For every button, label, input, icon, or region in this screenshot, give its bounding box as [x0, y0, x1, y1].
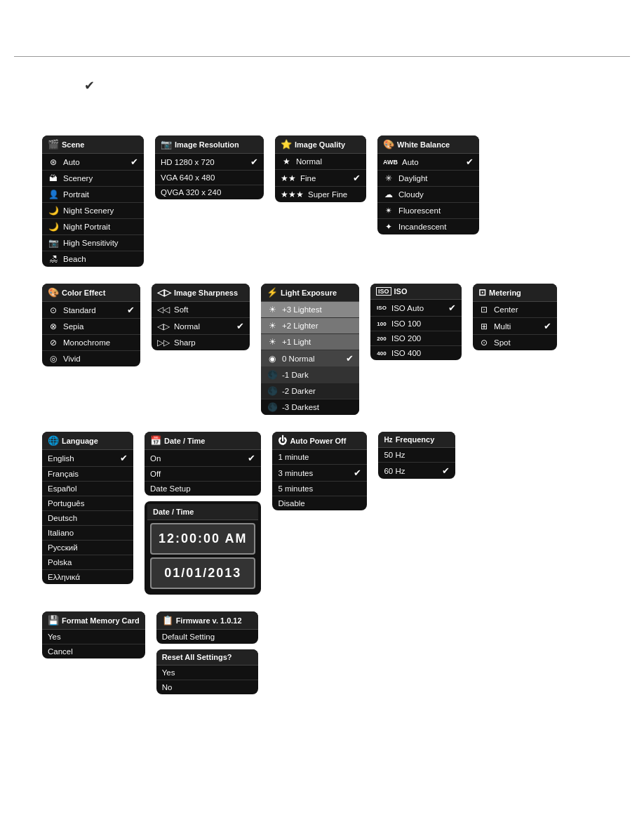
- freq-60[interactable]: 60 Hz ✔: [378, 463, 455, 479]
- auto-icon: ⊛: [48, 157, 59, 167]
- exp-p1[interactable]: ☀ +1 Light: [261, 334, 359, 350]
- color-mono[interactable]: ⊘ Monochrome: [42, 335, 140, 351]
- apo-3min[interactable]: 3 minutes ✔: [272, 465, 367, 482]
- soft-icon: ◁◁: [157, 305, 170, 315]
- scene-night-portrait[interactable]: 🌙 Night Portrait: [42, 219, 144, 235]
- meter-spot[interactable]: ⊙ Spot: [473, 335, 557, 350]
- zero-check: ✔: [346, 353, 354, 364]
- panels-row-3: 🌐 Language English ✔ Français Español Po…: [42, 432, 630, 595]
- exp-m3[interactable]: 🌑 -3 Darkest: [261, 399, 359, 415]
- freq-50[interactable]: 50 Hz: [378, 448, 455, 463]
- m1-icon: 🌑: [267, 370, 278, 380]
- wb-auto[interactable]: AWB Auto ✔: [377, 154, 479, 171]
- sharp-normal-label: Normal: [174, 322, 232, 331]
- center-label: Center: [494, 305, 551, 314]
- lang-deutsch[interactable]: Deutsch: [42, 511, 133, 526]
- p1-icon: ☀: [267, 337, 278, 347]
- fw-default[interactable]: Default Setting: [156, 630, 258, 644]
- iso-auto[interactable]: ISO ISO Auto ✔: [370, 300, 462, 317]
- lang-russian[interactable]: Русский: [42, 541, 133, 555]
- m2-icon: 🌑: [267, 386, 278, 396]
- iso200-icon: 200: [376, 336, 387, 342]
- exp-0[interactable]: ◉ 0 Normal ✔: [261, 350, 359, 367]
- scene-auto[interactable]: ⊛ Auto ✔: [42, 154, 144, 171]
- iso-400[interactable]: 400 ISO 400: [370, 346, 462, 360]
- exp-p3[interactable]: ☀ +3 Lightest: [261, 302, 359, 318]
- freq-50-label: 50 Hz: [384, 451, 450, 459]
- portugues-label: Português: [48, 499, 128, 508]
- iso-100[interactable]: 100 ISO 100: [370, 317, 462, 331]
- reset-panel: Reset All Settings? Yes No: [156, 649, 258, 694]
- res-hd[interactable]: HD 1280 x 720 ✔: [155, 154, 264, 171]
- lang-english[interactable]: English ✔: [42, 450, 133, 467]
- scene-portrait[interactable]: 👤 Portrait: [42, 187, 144, 203]
- wb-fluor-label: Fluorescent: [398, 206, 474, 215]
- wb-cloudy-label: Cloudy: [398, 190, 474, 199]
- lang-espanol[interactable]: Español: [42, 482, 133, 496]
- meter-center[interactable]: ⊡ Center: [473, 302, 557, 318]
- quality-super-label: Super Fine: [308, 190, 361, 199]
- wb-auto-icon: AWB: [383, 159, 398, 166]
- scene-scenery[interactable]: 🏔 Scenery: [42, 171, 144, 187]
- scene-beach[interactable]: 🏖 Beach: [42, 251, 144, 267]
- quality-normal-icon: ★: [281, 157, 292, 166]
- sharp-sharp[interactable]: ▷▷ Sharp: [152, 335, 250, 350]
- exp-m2[interactable]: 🌑 -2 Darker: [261, 383, 359, 399]
- res-qvga[interactable]: QVGA 320 x 240: [155, 185, 264, 199]
- wb-daylight[interactable]: ✳ Daylight: [377, 171, 479, 187]
- color-sepia[interactable]: ⊗ Sepia: [42, 319, 140, 335]
- res-vga[interactable]: VGA 640 x 480: [155, 171, 264, 185]
- vivid-label: Vivid: [63, 355, 135, 363]
- quality-fine[interactable]: ★★ Fine ✔: [275, 170, 366, 187]
- lang-francais[interactable]: Français: [42, 467, 133, 482]
- apo-disable[interactable]: Disable: [272, 496, 367, 510]
- wb-incandescent[interactable]: ✦ Incandescent: [377, 219, 479, 234]
- zero-label: 0 Normal: [282, 355, 342, 363]
- soft-label: Soft: [174, 305, 244, 314]
- dt-setup[interactable]: Date Setup: [145, 482, 261, 496]
- dt-on[interactable]: On ✔: [145, 450, 261, 467]
- exp-m1[interactable]: 🌑 -1 Dark: [261, 367, 359, 383]
- fmt-title: Format Memory Card: [62, 616, 140, 625]
- lang-portugues[interactable]: Português: [42, 496, 133, 511]
- wb-cloudy[interactable]: ☁ Cloudy: [377, 187, 479, 203]
- scene-night-scenery[interactable]: 🌙 Night Scenery: [42, 203, 144, 219]
- apo-1min[interactable]: 1 minute: [272, 450, 367, 465]
- sharp-normal[interactable]: ◁▷ Normal ✔: [152, 318, 250, 335]
- reset-no[interactable]: No: [156, 680, 258, 694]
- top-divider: [14, 56, 630, 57]
- meter-title: Metering: [489, 289, 521, 297]
- fmt-yes[interactable]: Yes: [42, 630, 145, 644]
- lang-italiano[interactable]: Italiano: [42, 526, 133, 541]
- dt-off[interactable]: Off: [145, 467, 261, 482]
- scene-panel: 🎬 Scene ⊛ Auto ✔ 🏔 Scenery 👤 Portrait 🌙 …: [42, 135, 144, 267]
- meter-multi[interactable]: ⊞ Multi ✔: [473, 318, 557, 335]
- reset-yes[interactable]: Yes: [156, 666, 258, 680]
- deutsch-label: Deutsch: [48, 514, 128, 522]
- m3-label: -3 Darkest: [282, 403, 354, 411]
- fmt-cancel[interactable]: Cancel: [42, 644, 145, 658]
- sharp-soft[interactable]: ◁◁ Soft: [152, 302, 250, 318]
- apo-5min[interactable]: 5 minutes: [272, 482, 367, 496]
- quality-super-fine[interactable]: ★★★ Super Fine: [275, 187, 366, 202]
- dt-off-label: Off: [150, 470, 255, 478]
- scenery-icon: 🏔: [48, 173, 59, 183]
- color-standard[interactable]: ⊙ Standard ✔: [42, 302, 140, 319]
- wb-fluorescent[interactable]: ✴ Fluorescent: [377, 203, 479, 219]
- center-icon: ⊡: [478, 305, 490, 315]
- panels-row-2: 🎨 Color Effect ⊙ Standard ✔ ⊗ Sepia ⊘ Mo…: [42, 284, 630, 415]
- lang-greek[interactable]: Ελληνικά: [42, 570, 133, 584]
- lang-polska[interactable]: Polska: [42, 555, 133, 570]
- reset-yes-label: Yes: [162, 668, 253, 677]
- multi-check: ✔: [544, 321, 551, 331]
- datetime-section: 📅 Date / Time On ✔ Off Date Setup Date /…: [145, 432, 261, 595]
- color-vivid[interactable]: ◎ Vivid: [42, 351, 140, 366]
- quality-title: Image Quality: [295, 140, 345, 149]
- quality-normal[interactable]: ★ Normal: [275, 154, 366, 170]
- exp-p2[interactable]: ☀ +2 Lighter: [261, 318, 359, 334]
- scene-high-sensitivity[interactable]: 📷 High Sensitivity: [42, 235, 144, 251]
- reset-no-label: No: [162, 683, 253, 691]
- fmt-icon: 💾: [48, 615, 59, 626]
- quality-super-icon: ★★★: [281, 190, 304, 199]
- iso-200[interactable]: 200 ISO 200: [370, 331, 462, 346]
